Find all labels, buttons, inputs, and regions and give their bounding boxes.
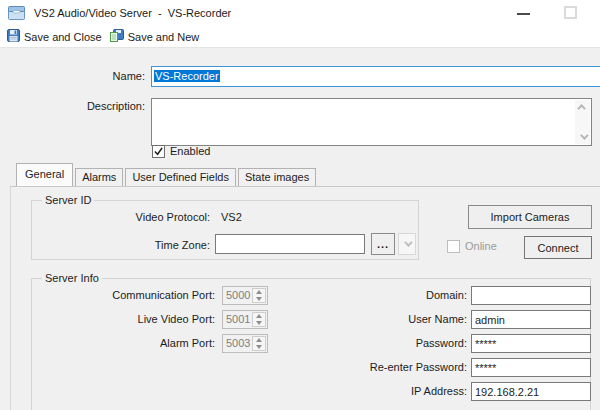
video-protocol-label: Video Protocol: <box>100 211 210 224</box>
scroll-up-icon[interactable] <box>577 104 585 112</box>
user-name-input[interactable] <box>471 310 591 329</box>
time-zone-browse-button[interactable]: ... <box>371 233 395 255</box>
tab-panel-top-border <box>10 186 600 187</box>
tab-general[interactable]: General <box>16 163 73 186</box>
enabled-label: Enabled <box>170 145 210 158</box>
minimize-icon[interactable] <box>517 13 530 15</box>
video-protocol-value: VS2 <box>221 211 242 224</box>
scroll-down-icon[interactable] <box>580 131 588 139</box>
re-enter-password-label: Re-enter Password: <box>317 361 467 374</box>
communication-port-value: 5000 <box>226 289 250 301</box>
domain-input[interactable] <box>471 286 591 305</box>
alarm-port-label: Alarm Port: <box>65 337 215 350</box>
description-input[interactable] <box>151 98 592 146</box>
time-zone-input[interactable] <box>215 234 365 254</box>
connect-button[interactable]: Connect <box>524 236 592 259</box>
spinner-icon[interactable] <box>252 336 266 351</box>
name-value-selected-text: VS-Recorder <box>154 70 220 82</box>
server-info-group-label: Server Info <box>42 272 102 285</box>
toolbar: Save and Close Save and New <box>0 26 600 48</box>
import-cameras-button[interactable]: Import Cameras <box>468 205 592 229</box>
spinner-icon[interactable] <box>252 312 266 327</box>
name-input[interactable]: VS-Recorder <box>151 66 600 87</box>
alarm-port-stepper[interactable]: 5003 <box>222 334 268 353</box>
description-scrollbar[interactable] <box>575 100 590 144</box>
dialog-window: VS2 Audio/Video Server - VS-Recorder Sav… <box>0 0 600 410</box>
description-label: Description: <box>45 100 145 113</box>
user-name-label: User Name: <box>317 313 467 326</box>
checkmark-icon <box>154 147 163 156</box>
online-label: Online <box>465 240 497 253</box>
enabled-checkbox[interactable] <box>152 145 165 158</box>
password-label: Password: <box>317 337 467 350</box>
app-icon <box>8 6 26 22</box>
tab-alarms[interactable]: Alarms <box>75 168 123 186</box>
live-video-port-label: Live Video Port: <box>65 313 215 326</box>
live-video-port-stepper[interactable]: 5001 <box>222 310 268 329</box>
tab-user-defined-fields[interactable]: User Defined Fields <box>125 168 236 186</box>
spinner-icon[interactable] <box>252 288 266 303</box>
ip-address-label: IP Address: <box>317 385 467 398</box>
save-new-icon <box>110 29 124 44</box>
window-title: VS2 Audio/Video Server - VS-Recorder <box>34 0 231 26</box>
password-input[interactable] <box>471 334 591 353</box>
time-zone-label: Time Zone: <box>100 239 210 252</box>
save-close-icon <box>7 29 20 44</box>
title-bar: VS2 Audio/Video Server - VS-Recorder <box>0 0 600 26</box>
communication-port-stepper[interactable]: 5000 <box>222 286 268 305</box>
name-label: Name: <box>45 70 145 83</box>
chevron-down-icon <box>404 238 412 246</box>
re-enter-password-input[interactable] <box>471 358 591 377</box>
tab-panel-left-border <box>10 186 11 410</box>
communication-port-label: Communication Port: <box>65 289 215 302</box>
tab-strip: General Alarms User Defined Fields State… <box>16 164 318 186</box>
live-video-port-value: 5001 <box>226 313 250 325</box>
ip-address-input[interactable] <box>471 382 591 401</box>
tab-state-images[interactable]: State images <box>238 168 316 186</box>
save-and-new-button[interactable]: Save and New <box>106 27 204 46</box>
time-zone-dropdown-button[interactable] <box>398 233 416 255</box>
save-and-close-button[interactable]: Save and Close <box>3 27 106 46</box>
save-and-close-label: Save and Close <box>24 31 102 43</box>
online-checkbox[interactable] <box>447 240 460 253</box>
alarm-port-value: 5003 <box>226 337 250 349</box>
save-and-new-label: Save and New <box>128 31 200 43</box>
server-id-group-label: Server ID <box>42 194 94 207</box>
domain-label: Domain: <box>317 289 467 302</box>
maximize-icon[interactable] <box>564 6 577 19</box>
